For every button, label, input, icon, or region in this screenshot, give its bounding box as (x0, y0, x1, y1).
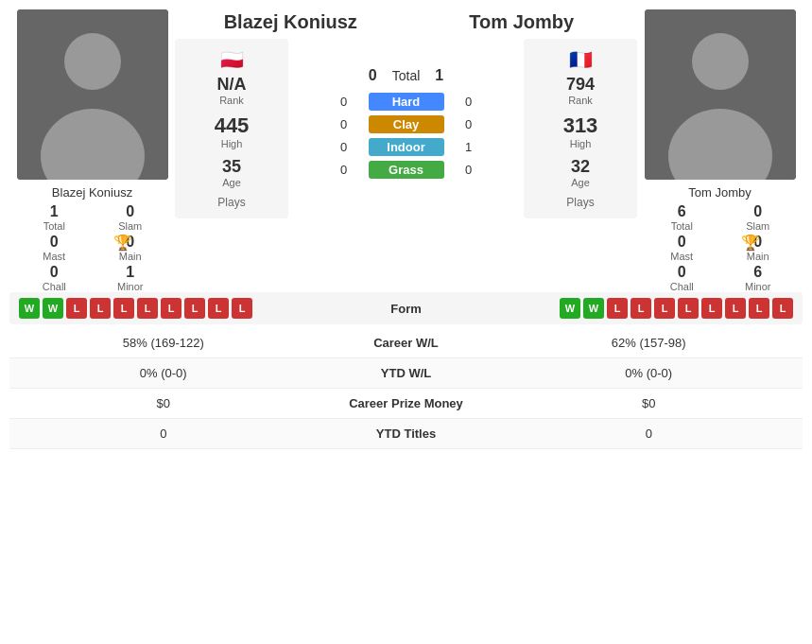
left-flag: 🇵🇱 (184, 48, 279, 71)
right-plays-box: Plays (533, 196, 628, 209)
form-ball-w: W (583, 298, 604, 319)
total-left-score: 0 (369, 67, 377, 84)
left-high-box: 445 High (184, 113, 279, 149)
right-minor-label: Minor (723, 281, 794, 292)
left-name-header: Blazej Koniusz (175, 11, 406, 33)
grass-left: 0 (335, 163, 354, 177)
stats-label-1: YTD W/L (312, 366, 501, 380)
indoor-row: 0 Indoor 1 (294, 138, 518, 156)
clay-left: 0 (335, 117, 354, 131)
form-ball-w: W (560, 298, 580, 319)
right-rank-sub: Rank (533, 95, 628, 106)
right-flag: 🇫🇷 (533, 48, 628, 71)
right-form-balls: WWLLLLLLLL (454, 298, 794, 319)
left-stat-card: 🇵🇱 N/A Rank 445 High 35 Age Plays (175, 39, 288, 218)
grass-right: 0 (459, 163, 478, 177)
right-slam-val: 0 (723, 203, 794, 220)
right-plays-label: Plays (533, 196, 628, 209)
left-chall-val: 0 (19, 264, 90, 281)
main-container: Blazej Koniusz 1 Total 0 Slam 0 Mast 🏆 0 (0, 0, 812, 459)
stats-right-2: $0 (501, 396, 798, 410)
indoor-btn: Indoor (369, 138, 444, 156)
grass-row: 0 Grass 0 (294, 161, 518, 179)
left-slam-val: 0 (95, 203, 166, 220)
stats-right-3: 0 (501, 426, 798, 441)
stats-row-0: 58% (169-122)Career W/L62% (157-98) (9, 328, 803, 358)
clay-row: 0 Clay 0 (294, 115, 518, 133)
right-age-box: 32 Age (533, 157, 628, 188)
right-player-avatar (645, 9, 796, 180)
right-player-name: Tom Jomby (688, 185, 751, 200)
player-comparison: Blazej Koniusz 1 Total 0 Slam 0 Mast 🏆 0 (9, 9, 803, 292)
form-ball-l: L (678, 298, 699, 319)
form-ball-l: L (725, 298, 746, 319)
right-high-val: 313 (533, 113, 628, 138)
form-label: Form (359, 302, 454, 316)
right-total-label: Total (647, 220, 717, 232)
left-total-label: Total (19, 220, 90, 232)
form-ball-l: L (232, 298, 252, 319)
center-scores: 0 Total 1 0 Hard 0 0 Clay 0 (294, 39, 518, 218)
left-plays-label: Plays (184, 196, 279, 209)
right-mast-val: 0 (647, 234, 717, 251)
right-age-val: 32 (533, 157, 628, 177)
form-ball-l: L (184, 298, 205, 319)
left-player-avatar (17, 9, 168, 180)
hard-left: 0 (335, 95, 354, 109)
stats-row-3: 0YTD Titles0 (9, 419, 803, 449)
indoor-right: 1 (459, 140, 478, 154)
right-minor-val: 6 (723, 264, 794, 281)
right-stat-card: 🇫🇷 794 Rank 313 High 32 Age Plays (524, 39, 637, 218)
right-age-label: Age (533, 177, 628, 188)
left-mast-val: 0 (19, 234, 90, 251)
form-ball-l: L (161, 298, 181, 319)
left-rank-sub: Rank (184, 95, 279, 106)
left-age-label: Age (184, 177, 279, 188)
stats-label-3: YTD Titles (312, 426, 501, 441)
form-ball-l: L (701, 298, 722, 319)
right-slam-label: Slam (723, 220, 794, 232)
svg-point-1 (64, 33, 121, 90)
stats-row-2: $0Career Prize Money$0 (9, 389, 803, 419)
stats-left-1: 0% (0-0) (15, 366, 312, 380)
left-age-val: 35 (184, 157, 279, 177)
left-high-label: High (184, 138, 279, 149)
grass-btn: Grass (369, 161, 444, 179)
right-total-val: 6 (647, 203, 717, 220)
stats-label-0: Career W/L (312, 336, 501, 350)
left-trophy-icon: 🏆 (113, 234, 132, 252)
stats-left-0: 58% (169-122) (15, 336, 312, 350)
total-right-score: 1 (435, 67, 443, 84)
clay-right: 0 (459, 117, 478, 131)
right-chall-val: 0 (647, 264, 717, 281)
left-player-section: Blazej Koniusz 1 Total 0 Slam 0 Mast 🏆 0 (9, 9, 175, 292)
stats-right-0: 62% (157-98) (501, 336, 798, 350)
right-mast-label: Mast (647, 251, 717, 262)
hard-right: 0 (459, 95, 478, 109)
form-section: WWLLLLLLLL Form WWLLLLLLLL (9, 292, 803, 324)
form-ball-w: W (19, 298, 40, 319)
left-chall-label: Chall (19, 281, 90, 292)
left-minor-label: Minor (95, 281, 166, 292)
form-ball-l: L (208, 298, 229, 319)
form-ball-l: L (772, 298, 793, 319)
left-mast-label: Mast (19, 251, 90, 262)
career-stats-table: 58% (169-122)Career W/L62% (157-98)0% (0… (9, 328, 803, 449)
indoor-left: 0 (335, 140, 354, 154)
left-rank-box: 🇵🇱 N/A Rank (184, 48, 279, 106)
form-ball-l: L (749, 298, 769, 319)
right-chall-label: Chall (647, 281, 717, 292)
right-high-box: 313 High (533, 113, 628, 149)
left-rank-val: N/A (184, 75, 279, 95)
form-ball-l: L (654, 298, 675, 319)
total-label: Total (392, 68, 421, 83)
right-high-label: High (533, 138, 628, 149)
form-ball-l: L (113, 298, 134, 319)
left-age-box: 35 Age (184, 157, 279, 188)
left-player-name: Blazej Koniusz (52, 185, 132, 200)
stats-row-1: 0% (0-0)YTD W/L0% (0-0) (9, 358, 803, 389)
form-ball-l: L (66, 298, 87, 319)
right-rank-val: 794 (533, 75, 628, 95)
svg-point-4 (692, 33, 749, 90)
form-ball-w: W (43, 298, 63, 319)
